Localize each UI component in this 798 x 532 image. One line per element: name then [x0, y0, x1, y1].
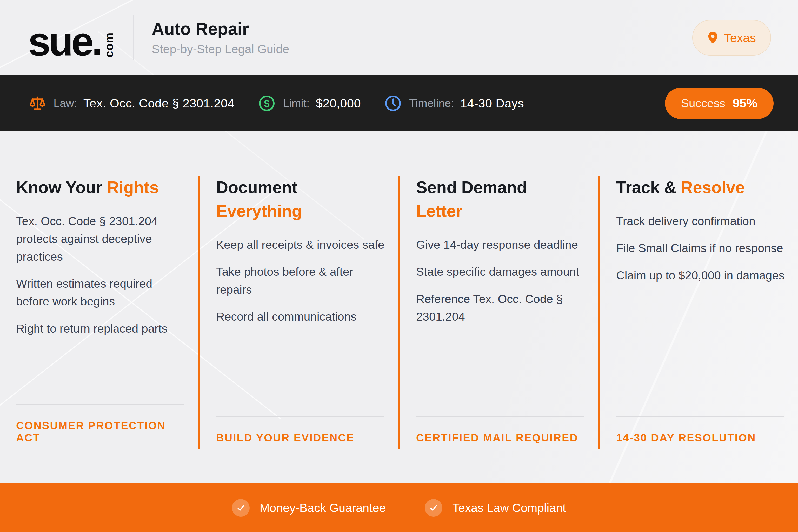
limit-label: Limit:	[283, 97, 310, 110]
step-title: Document Everything	[216, 176, 385, 223]
footer-item-label: Money-Back Guarantee	[260, 501, 386, 515]
stat-law: Law: Tex. Occ. Code § 2301.204	[29, 95, 235, 112]
law-value: Tex. Occ. Code § 2301.204	[83, 96, 235, 110]
stats-bar: Law: Tex. Occ. Code § 2301.204 $ Limit: …	[0, 75, 798, 131]
logo-text: sue.	[28, 26, 101, 57]
check-icon	[232, 499, 249, 517]
step-column-know-your-rights: Know Your Rights Tex. Occ. Code § 2301.2…	[0, 131, 198, 483]
svg-text:$: $	[264, 98, 270, 109]
column-divider	[198, 176, 200, 449]
step-footer-label: BUILD YOUR EVIDENCE	[216, 432, 354, 444]
success-rate-badge: Success 95%	[665, 88, 774, 119]
step-point: Keep all receipts & invoices safe	[216, 236, 385, 254]
step-footer: BUILD YOUR EVIDENCE	[216, 416, 385, 444]
step-point: File Small Claims if no response	[616, 240, 784, 257]
scales-icon	[29, 95, 46, 112]
guarantee-footer: Money-Back Guarantee Texas Law Compliant	[0, 483, 798, 532]
step-column-document-everything: Document Everything Keep all receipts & …	[200, 131, 398, 483]
step-title: Know Your Rights	[16, 176, 184, 200]
step-column-send-demand-letter: Send Demand Letter Give 14-day response …	[400, 131, 598, 483]
step-point: Reference Tex. Occ. Code § 2301.204	[416, 290, 584, 326]
step-point: Track delivery confirmation	[616, 212, 784, 230]
step-footer: CERTIFIED MAIL REQUIRED	[416, 416, 584, 444]
step-point: Tex. Occ. Code § 2301.204 protects again…	[16, 212, 184, 266]
limit-value: $20,000	[316, 96, 361, 110]
page-subtitle: Step-by-Step Legal Guide	[152, 43, 289, 55]
step-point: State specific damages amount	[416, 263, 584, 281]
footer-item-label: Texas Law Compliant	[452, 501, 566, 515]
timeline-value: 14-30 Days	[460, 96, 524, 110]
step-footer: 14-30 DAY RESOLUTION	[616, 416, 784, 444]
success-label: Success	[681, 97, 725, 110]
footer-item-money-back: Money-Back Guarantee	[232, 499, 386, 517]
header-divider	[133, 15, 133, 60]
stat-limit: $ Limit: $20,000	[258, 95, 361, 112]
logo-com-text: com	[104, 18, 115, 57]
stat-timeline: Timeline: 14-30 Days	[385, 95, 524, 112]
law-label: Law:	[54, 97, 77, 110]
dollar-icon: $	[258, 95, 275, 112]
success-value: 95%	[732, 96, 758, 110]
step-footer: CONSUMER PROTECTION ACT	[16, 404, 184, 444]
step-point: Record all communications	[216, 308, 385, 326]
check-icon	[425, 499, 442, 517]
timeline-label: Timeline:	[409, 97, 454, 110]
column-divider	[398, 176, 400, 449]
step-footer-label: 14-30 DAY RESOLUTION	[616, 432, 756, 444]
column-divider	[598, 176, 600, 449]
page-title: Auto Repair	[152, 20, 289, 37]
step-footer-label: CERTIFIED MAIL REQUIRED	[416, 432, 578, 444]
step-title: Track & Resolve	[616, 176, 784, 200]
clock-icon	[385, 95, 401, 112]
header: sue. com Auto Repair Step-by-Step Legal …	[0, 0, 798, 75]
step-footer-label: CONSUMER PROTECTION ACT	[16, 420, 166, 444]
step-column-track-resolve: Track & Resolve Track delivery confirmat…	[600, 131, 798, 483]
legal-guide-page: sue. com Auto Repair Step-by-Step Legal …	[0, 0, 798, 532]
pin-icon	[707, 31, 718, 44]
step-point: Give 14-day response deadline	[416, 236, 584, 254]
location-label: Texas	[724, 31, 756, 45]
title-block: Auto Repair Step-by-Step Legal Guide	[152, 20, 289, 55]
step-title: Send Demand Letter	[416, 176, 584, 223]
location-badge[interactable]: Texas	[692, 20, 771, 56]
step-point: Take photos before & after repairs	[216, 263, 385, 299]
step-point: Claim up to $20,000 in damages	[616, 267, 784, 284]
steps-section: Know Your Rights Tex. Occ. Code § 2301.2…	[0, 131, 798, 483]
sue-com-logo[interactable]: sue. com	[28, 18, 115, 57]
footer-item-law-compliant: Texas Law Compliant	[425, 499, 566, 517]
step-point: Right to return replaced parts	[16, 320, 184, 338]
step-point: Written estimates required before work b…	[16, 275, 184, 310]
